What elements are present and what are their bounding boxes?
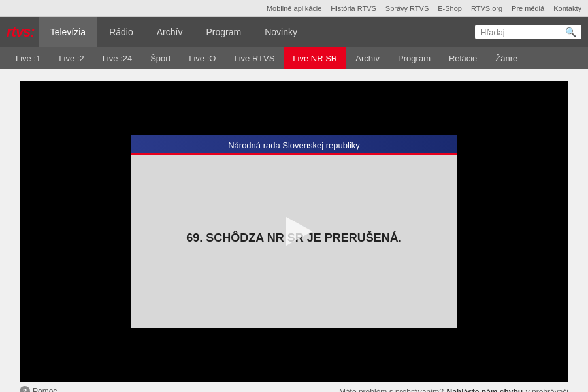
content-area: Národná rada Slovenskej republiky 69. SC… — [0, 69, 588, 392]
logo-text: rtvs: — [7, 24, 35, 41]
video-title-text: Národná rada Slovenskej republiky — [228, 140, 360, 150]
sec-nav-livertvs[interactable]: Live RTVS — [225, 47, 284, 69]
utility-link-historia[interactable]: História RTVS — [331, 5, 376, 12]
help-label: Pomoc — [33, 387, 57, 392]
video-player[interactable]: Národná rada Slovenskej republiky 69. SC… — [20, 81, 568, 382]
nav-item-novinky[interactable]: Novinky — [253, 17, 309, 47]
utility-link-mobile[interactable]: Mobilné aplikácie — [267, 5, 321, 12]
utility-link-media[interactable]: Pre médiá — [512, 5, 544, 12]
search-input[interactable] — [480, 27, 565, 37]
sec-nav-liveo[interactable]: Live :O — [180, 47, 225, 69]
utility-bar: Mobilné aplikácie História RTVS Správy R… — [0, 0, 588, 17]
nav-item-radio[interactable]: Rádio — [97, 17, 145, 47]
help-link[interactable]: ? Pomoc — [20, 386, 57, 392]
nav-item-archiv[interactable]: Archív — [145, 17, 195, 47]
sec-nav-relacie[interactable]: Relácie — [440, 47, 486, 69]
utility-link-rtvsorg[interactable]: RTVS.org — [471, 5, 502, 12]
title-bar-underline — [131, 153, 457, 155]
video-content: Národná rada Slovenskej republiky 69. SC… — [131, 135, 457, 328]
search-icon[interactable]: 🔍 — [565, 27, 576, 37]
secondary-nav: Live :1 Live :2 Live :24 Šport Live :O L… — [0, 47, 588, 69]
sec-nav-program[interactable]: Program — [389, 47, 440, 69]
report-suffix: v prehrávači — [526, 387, 568, 392]
problem-text: Máte problém s prehrávaním? — [339, 387, 444, 392]
main-nav: rtvs: Televízia Rádio Archív Program Nov… — [0, 17, 588, 47]
utility-link-spravy[interactable]: Správy RTVS — [385, 5, 429, 12]
utility-link-eshop[interactable]: E-Shop — [438, 5, 462, 12]
sec-nav-live1[interactable]: Live :1 — [7, 47, 50, 69]
sec-nav-zanre[interactable]: Žánre — [486, 47, 527, 69]
video-title-bar: Národná rada Slovenskej republiky — [131, 135, 457, 155]
utility-link-kontakty[interactable]: Kontakty — [553, 5, 581, 12]
play-button[interactable] — [286, 217, 312, 246]
nav-item-program[interactable]: Program — [194, 17, 253, 47]
problem-section: Máte problém s prehrávaním? Nahláste nám… — [339, 385, 568, 392]
sec-nav-livenrsr[interactable]: Live NR SR — [284, 47, 346, 69]
search-box: 🔍 — [475, 25, 581, 39]
report-link[interactable]: Nahláste nám chybu — [446, 387, 523, 392]
help-icon: ? — [20, 386, 30, 392]
logo[interactable]: rtvs: — [7, 24, 35, 41]
nav-items: Televízia Rádio Archív Program Novinky — [39, 17, 475, 47]
sec-nav-archiv[interactable]: Archív — [346, 47, 389, 69]
sec-nav-live2[interactable]: Live :2 — [50, 47, 93, 69]
nav-item-televizia[interactable]: Televízia — [39, 17, 97, 47]
sec-nav-sport[interactable]: Šport — [141, 47, 180, 69]
sec-nav-live24[interactable]: Live :24 — [93, 47, 142, 69]
video-footer: ? Pomoc Máte problém s prehrávaním? Nahl… — [20, 382, 568, 392]
